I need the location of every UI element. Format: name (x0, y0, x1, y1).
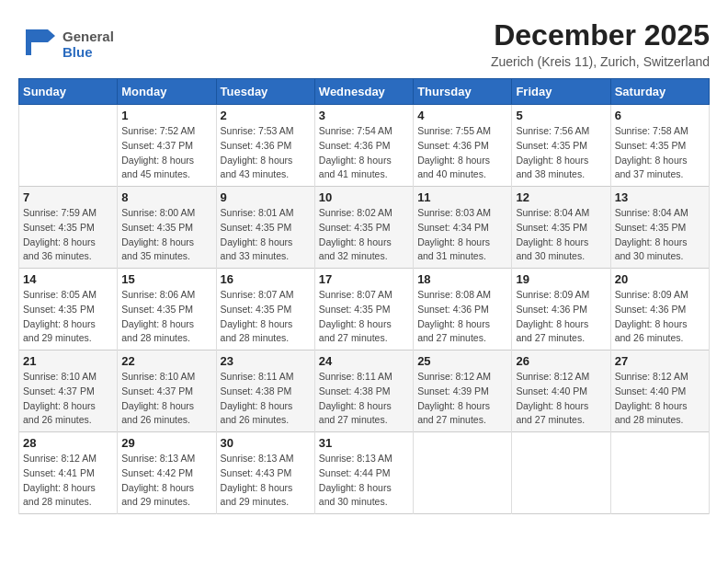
calendar-cell: 20Sunrise: 8:09 AM Sunset: 4:36 PM Dayli… (610, 269, 709, 350)
day-number: 26 (516, 354, 606, 368)
day-number: 24 (319, 354, 409, 368)
calendar-cell (414, 432, 512, 514)
day-info: Sunrise: 7:58 AM Sunset: 4:35 PM Dayligh… (615, 124, 705, 182)
day-info: Sunrise: 8:04 AM Sunset: 4:35 PM Dayligh… (615, 206, 705, 264)
day-info: Sunrise: 8:03 AM Sunset: 4:34 PM Dayligh… (417, 206, 507, 264)
month-title: December 2025 (491, 18, 710, 52)
calendar-cell: 9Sunrise: 8:01 AM Sunset: 4:35 PM Daylig… (216, 187, 314, 269)
calendar-cell: 31Sunrise: 8:13 AM Sunset: 4:44 PM Dayli… (314, 432, 413, 514)
day-info: Sunrise: 8:08 AM Sunset: 4:36 PM Dayligh… (417, 288, 507, 346)
week-row-3: 14Sunrise: 8:05 AM Sunset: 4:35 PM Dayli… (19, 269, 710, 350)
day-number: 25 (417, 354, 507, 368)
title-block: December 2025 Zuerich (Kreis 11), Zurich… (491, 18, 710, 69)
week-row-5: 28Sunrise: 8:12 AM Sunset: 4:41 PM Dayli… (19, 432, 710, 514)
week-row-4: 21Sunrise: 8:10 AM Sunset: 4:37 PM Dayli… (19, 350, 710, 432)
day-number: 9 (221, 190, 311, 204)
day-number: 2 (221, 109, 311, 122)
day-info: Sunrise: 8:12 AM Sunset: 4:39 PM Dayligh… (417, 370, 507, 428)
calendar-cell: 1Sunrise: 7:52 AM Sunset: 4:37 PM Daylig… (118, 105, 216, 187)
day-number: 11 (417, 190, 507, 204)
day-number: 31 (319, 436, 409, 450)
calendar-cell: 26Sunrise: 8:12 AM Sunset: 4:40 PM Dayli… (512, 350, 610, 432)
calendar-cell: 14Sunrise: 8:05 AM Sunset: 4:35 PM Dayli… (19, 269, 118, 350)
day-number: 7 (23, 190, 113, 204)
calendar-cell: 23Sunrise: 8:11 AM Sunset: 4:38 PM Dayli… (216, 350, 314, 432)
week-row-1: 1Sunrise: 7:52 AM Sunset: 4:37 PM Daylig… (19, 105, 710, 187)
calendar-cell: 29Sunrise: 8:13 AM Sunset: 4:42 PM Dayli… (118, 432, 216, 514)
calendar-cell: 27Sunrise: 8:12 AM Sunset: 4:40 PM Dayli… (610, 350, 709, 432)
day-info: Sunrise: 8:00 AM Sunset: 4:35 PM Dayligh… (121, 206, 211, 264)
calendar-cell (610, 432, 709, 514)
day-info: Sunrise: 8:11 AM Sunset: 4:38 PM Dayligh… (221, 370, 311, 428)
day-number: 6 (615, 109, 705, 122)
day-number: 17 (319, 272, 409, 286)
calendar-cell: 8Sunrise: 8:00 AM Sunset: 4:35 PM Daylig… (118, 187, 216, 269)
calendar-cell: 5Sunrise: 7:56 AM Sunset: 4:35 PM Daylig… (512, 105, 610, 187)
weekday-header-wednesday: Wednesday (314, 79, 413, 105)
day-info: Sunrise: 8:13 AM Sunset: 4:44 PM Dayligh… (319, 452, 409, 510)
logo: General Blue (18, 22, 114, 67)
calendar-cell: 12Sunrise: 8:04 AM Sunset: 4:35 PM Dayli… (512, 187, 610, 269)
calendar-cell: 24Sunrise: 8:11 AM Sunset: 4:38 PM Dayli… (314, 350, 413, 432)
day-number: 4 (417, 109, 507, 122)
weekday-header-sunday: Sunday (19, 79, 118, 105)
weekday-header-thursday: Thursday (414, 79, 512, 105)
day-number: 5 (516, 109, 606, 122)
day-info: Sunrise: 8:06 AM Sunset: 4:35 PM Dayligh… (121, 288, 211, 346)
day-number: 27 (615, 354, 705, 368)
calendar-cell: 2Sunrise: 7:53 AM Sunset: 4:36 PM Daylig… (216, 105, 314, 187)
day-info: Sunrise: 7:59 AM Sunset: 4:35 PM Dayligh… (23, 206, 113, 264)
calendar-cell: 3Sunrise: 7:54 AM Sunset: 4:36 PM Daylig… (314, 105, 413, 187)
calendar-cell: 19Sunrise: 8:09 AM Sunset: 4:36 PM Dayli… (512, 269, 610, 350)
calendar-cell: 10Sunrise: 8:02 AM Sunset: 4:35 PM Dayli… (314, 187, 413, 269)
day-number: 18 (417, 272, 507, 286)
day-number: 23 (221, 354, 311, 368)
calendar-cell: 22Sunrise: 8:10 AM Sunset: 4:37 PM Dayli… (118, 350, 216, 432)
day-info: Sunrise: 8:07 AM Sunset: 4:35 PM Dayligh… (319, 288, 409, 346)
day-info: Sunrise: 8:02 AM Sunset: 4:35 PM Dayligh… (319, 206, 409, 264)
weekday-header-tuesday: Tuesday (216, 79, 314, 105)
day-info: Sunrise: 8:05 AM Sunset: 4:35 PM Dayligh… (23, 288, 113, 346)
day-info: Sunrise: 8:10 AM Sunset: 4:37 PM Dayligh… (23, 370, 113, 428)
day-info: Sunrise: 8:04 AM Sunset: 4:35 PM Dayligh… (516, 206, 606, 264)
day-info: Sunrise: 8:09 AM Sunset: 4:36 PM Dayligh… (615, 288, 705, 346)
calendar-cell: 30Sunrise: 8:13 AM Sunset: 4:43 PM Dayli… (216, 432, 314, 514)
day-number: 10 (319, 190, 409, 204)
day-number: 13 (615, 190, 705, 204)
calendar-cell: 21Sunrise: 8:10 AM Sunset: 4:37 PM Dayli… (19, 350, 118, 432)
calendar-cell (19, 105, 118, 187)
day-number: 1 (121, 109, 211, 122)
logo-icon (18, 22, 63, 67)
day-info: Sunrise: 8:07 AM Sunset: 4:35 PM Dayligh… (221, 288, 311, 346)
weekday-header-friday: Friday (512, 79, 610, 105)
calendar-cell: 4Sunrise: 7:55 AM Sunset: 4:36 PM Daylig… (414, 105, 512, 187)
day-number: 8 (121, 190, 211, 204)
day-info: Sunrise: 8:11 AM Sunset: 4:38 PM Dayligh… (319, 370, 409, 428)
day-number: 22 (121, 354, 211, 368)
day-number: 12 (516, 190, 606, 204)
logo-text: General Blue (63, 29, 114, 60)
day-number: 30 (221, 436, 311, 450)
calendar-table: SundayMondayTuesdayWednesdayThursdayFrid… (18, 78, 710, 514)
day-number: 3 (319, 109, 409, 122)
calendar-cell: 16Sunrise: 8:07 AM Sunset: 4:35 PM Dayli… (216, 269, 314, 350)
calendar-cell: 13Sunrise: 8:04 AM Sunset: 4:35 PM Dayli… (610, 187, 709, 269)
day-info: Sunrise: 8:10 AM Sunset: 4:37 PM Dayligh… (121, 370, 211, 428)
logo-blue: Blue (63, 45, 114, 61)
calendar-cell: 15Sunrise: 8:06 AM Sunset: 4:35 PM Dayli… (118, 269, 216, 350)
calendar-cell (512, 432, 610, 514)
day-number: 15 (121, 272, 211, 286)
day-number: 29 (121, 436, 211, 450)
day-info: Sunrise: 8:12 AM Sunset: 4:40 PM Dayligh… (516, 370, 606, 428)
calendar-cell: 7Sunrise: 7:59 AM Sunset: 4:35 PM Daylig… (19, 187, 118, 269)
logo-general: General (63, 29, 114, 45)
day-number: 28 (23, 436, 113, 450)
weekday-header-saturday: Saturday (610, 79, 709, 105)
day-number: 21 (23, 354, 113, 368)
weekday-header-monday: Monday (118, 79, 216, 105)
day-info: Sunrise: 8:13 AM Sunset: 4:42 PM Dayligh… (121, 452, 211, 510)
day-number: 19 (516, 272, 606, 286)
day-info: Sunrise: 8:01 AM Sunset: 4:35 PM Dayligh… (221, 206, 311, 264)
day-number: 14 (23, 272, 113, 286)
location-subtitle: Zuerich (Kreis 11), Zurich, Switzerland (491, 54, 710, 69)
